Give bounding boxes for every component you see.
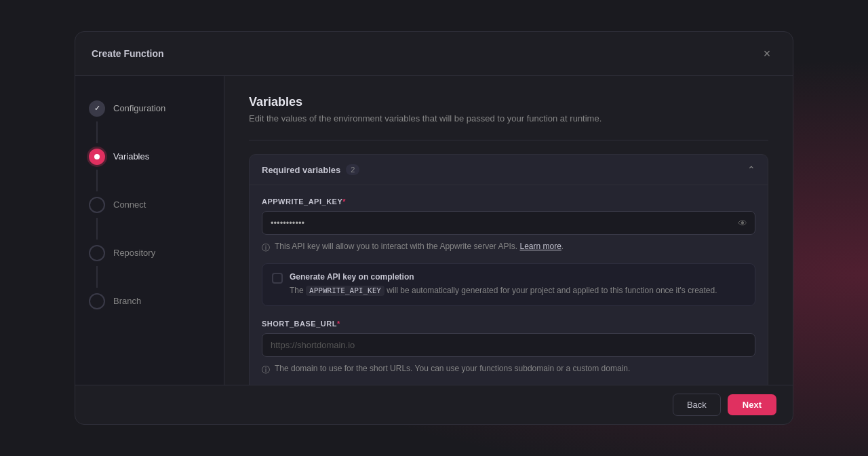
step-circle-variables	[89, 149, 105, 165]
step-label-configuration: Configuration	[113, 95, 165, 121]
short-url-input[interactable]	[262, 333, 755, 357]
required-variables-count: 2	[346, 164, 359, 175]
field-appwrite-api-key: APPWRITE_API_KEY* 👁 ⓘ This API key will …	[262, 197, 755, 306]
step-label-repository: Repository	[113, 240, 155, 266]
back-button[interactable]: Back	[673, 394, 721, 416]
modal-body: ✓ Configuration Variables	[75, 76, 793, 385]
generate-apikey-desc: The APPWRITE_API_KEY will be automatical…	[290, 284, 717, 297]
collapse-icon[interactable]: ⌃	[747, 164, 755, 175]
learn-more-link-apikey[interactable]: Learn more	[519, 242, 561, 251]
info-icon-apikey: ⓘ	[262, 242, 270, 254]
short-url-info-text: The domain to use for the short URLs. Yo…	[275, 364, 630, 373]
generate-apikey-checkbox[interactable]	[272, 273, 283, 284]
step-circle-connect	[89, 197, 105, 213]
step-variables[interactable]: Variables	[89, 143, 210, 191]
step-circle-branch	[89, 293, 105, 309]
step-connect[interactable]: Connect	[89, 191, 210, 240]
api-key-info: ⓘ This API key will allow you to interac…	[262, 242, 755, 254]
required-asterisk-apikey: *	[342, 197, 346, 206]
modal-header: Create Function ×	[75, 32, 793, 76]
short-url-input-wrapper	[262, 333, 755, 357]
next-button[interactable]: Next	[728, 394, 776, 415]
close-button[interactable]: ×	[757, 44, 776, 63]
generate-apikey-checkbox-row: Generate API key on completion The APPWR…	[262, 263, 755, 306]
info-icon-shorturl: ⓘ	[262, 364, 270, 376]
field-label-shorturl: SHORT_BASE_URL*	[262, 320, 755, 328]
step-branch[interactable]: Branch	[89, 288, 210, 314]
section-title: Variables	[249, 95, 768, 109]
required-variables-body: APPWRITE_API_KEY* 👁 ⓘ This API key will …	[250, 185, 768, 385]
api-key-input[interactable]	[262, 211, 755, 235]
generate-apikey-label: Generate API key on completion	[290, 272, 717, 282]
required-asterisk-shorturl: *	[337, 320, 340, 328]
step-repository[interactable]: Repository	[89, 240, 210, 288]
api-key-info-text: This API key will allow you to interact …	[275, 242, 564, 251]
field-label-apikey: APPWRITE_API_KEY*	[262, 197, 755, 206]
short-url-info: ⓘ The domain to use for the short URLs. …	[262, 364, 755, 376]
required-variables-card: Required variables 2 ⌃ APPWRITE_API_KEY*…	[249, 154, 768, 385]
step-circle-configuration: ✓	[89, 100, 105, 117]
step-circle-repository	[89, 245, 105, 261]
step-connector-4	[96, 266, 98, 288]
modal-footer: Back Next	[75, 385, 793, 424]
step-label-variables: Variables	[113, 143, 149, 170]
sidebar: ✓ Configuration Variables	[75, 76, 224, 385]
step-configuration[interactable]: ✓ Configuration	[89, 95, 210, 143]
field-short-base-url: SHORT_BASE_URL* ⓘ The domain to use for …	[262, 320, 755, 376]
step-connector-3	[96, 218, 98, 240]
eye-icon-apikey[interactable]: 👁	[738, 218, 747, 229]
step-label-connect: Connect	[113, 191, 146, 218]
code-inline-apikey: APPWRITE_API_KEY	[306, 286, 384, 296]
divider	[249, 140, 768, 140]
required-variables-title: Required variables	[262, 165, 340, 175]
main-content: Variables Edit the values of the environ…	[224, 76, 793, 385]
required-variables-header: Required variables 2 ⌃	[250, 155, 768, 185]
api-key-input-wrapper: 👁	[262, 211, 755, 235]
modal-title: Create Function	[92, 48, 164, 59]
create-function-modal: Create Function × ✓ Configuration	[75, 31, 793, 425]
section-desc: Edit the values of the environment varia…	[249, 113, 768, 124]
step-connector-1	[96, 121, 98, 143]
step-connector-2	[96, 170, 98, 191]
step-label-branch: Branch	[113, 288, 141, 314]
